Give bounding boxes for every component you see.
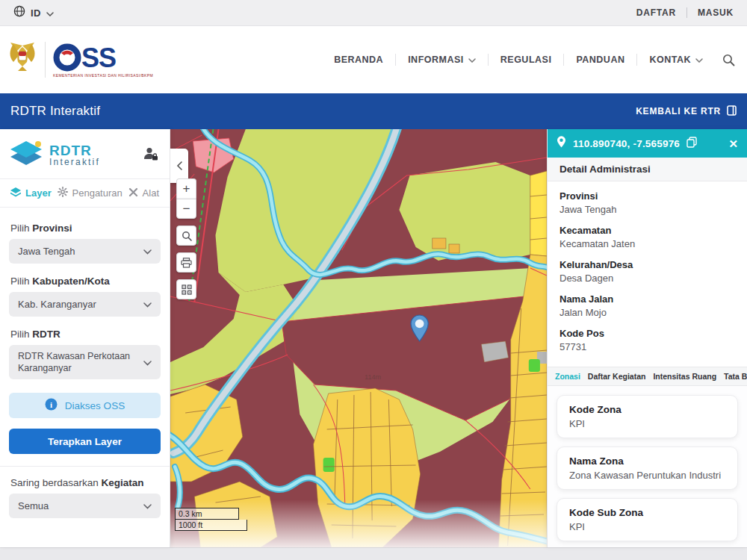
nav-informasi[interactable]: INFORMASI (396, 55, 488, 65)
language-code: ID (31, 7, 41, 19)
card-kode-sub-zona: Kode Sub Zona KPI (557, 498, 738, 541)
map-pin-icon (557, 136, 566, 151)
tab-tata-bangunan[interactable]: Tata Bangunan (724, 372, 747, 381)
nav-panduan[interactable]: PANDUAN (564, 55, 636, 65)
printer-icon (181, 258, 192, 268)
sidebar-tabs: Layer Pengaturan Alat (0, 178, 170, 208)
detail-panel: 110.890740, -7.565976 ✕ Detail Administr… (547, 129, 747, 547)
tab-daftar-kegiatan[interactable]: Daftar Kegiatan (588, 372, 646, 381)
nav-beranda[interactable]: BERANDA (322, 55, 395, 65)
nav-kontak[interactable]: KONTAK (637, 55, 715, 65)
page-titlebar: RDTR Interaktif KEMBALI KE RTR (0, 93, 747, 129)
rdtr-select[interactable]: RDTR Kawasan Perkotaan Karanganyar (9, 345, 161, 379)
content-row: RDTR Interaktif Layer Pengaturan (0, 129, 747, 547)
chevron-down-icon (143, 299, 152, 310)
filter-label: Saring berdasarkan Kegiatan (10, 477, 159, 488)
back-to-rtr-button[interactable]: KEMBALI KE RTR (636, 105, 737, 118)
coordinates-value: 110.890740, -7.565976 (573, 138, 680, 149)
tab-layer[interactable]: Layer (10, 187, 52, 199)
section-title: Detail Administrasi (548, 158, 747, 181)
svg-text:i: i (50, 400, 52, 409)
chevron-left-icon (176, 161, 182, 170)
city-select[interactable]: Kab. Karanganyar (9, 292, 161, 317)
zoom-out-button[interactable]: − (176, 199, 196, 219)
qr-code-button[interactable] (176, 279, 196, 299)
chevron-down-icon (143, 246, 152, 257)
footer-strip (0, 547, 747, 560)
print-button[interactable] (176, 252, 196, 273)
register-link[interactable]: DAFTAR (636, 7, 676, 18)
chevron-down-icon (695, 55, 703, 65)
chevron-down-icon (143, 500, 152, 511)
field-kode-pos: Kode Pos 57731 (560, 328, 735, 352)
tab-pengaturan[interactable]: Pengaturan (58, 187, 123, 199)
sidebar-header: RDTR Interaktif (0, 129, 170, 178)
main-nav: BERANDA INFORMASI REGULASI PANDUAN KONTA… (322, 54, 735, 66)
oss-logo-mark: SS (53, 43, 131, 72)
rdtr-logo-subtitle: Interaktif (49, 157, 100, 167)
search-icon (182, 231, 192, 241)
map-canvas[interactable]: 114m (170, 129, 547, 547)
language-selector[interactable]: ID (13, 5, 54, 20)
search-icon[interactable] (722, 54, 735, 66)
garuda-emblem-icon (7, 41, 37, 78)
coordinates-header: 110.890740, -7.565976 ✕ (548, 129, 747, 158)
close-icon[interactable]: ✕ (728, 138, 738, 149)
login-link[interactable]: MASUK (698, 7, 734, 18)
oss-brand[interactable]: SS KEMENTERIAN INVESTASI DAN HILIRISASI/… (7, 41, 153, 78)
administration-fields: Provinsi Jawa Tengah Kecamatan Kecamatan… (548, 181, 747, 367)
diakses-oss-badge[interactable]: i Diakses OSS (9, 393, 161, 418)
zoom-in-button[interactable]: + (176, 178, 196, 199)
scale-feet: 1000 ft (175, 520, 247, 531)
tab-zonasi[interactable]: Zonasi (555, 372, 580, 381)
rdtr-label: Pilih RDTR (10, 329, 159, 340)
zoning-tabs: Zonasi Daftar Kegiatan Intensitas Ruang … (548, 367, 747, 386)
province-label: Pilih Provinsi (10, 223, 159, 234)
layers-icon (10, 187, 21, 199)
zoning-cards[interactable]: Kode Zona KPI Nama Zona Zona Kawasan Per… (548, 386, 747, 547)
card-kode-zona: Kode Zona KPI (557, 395, 738, 438)
info-icon: i (45, 398, 58, 413)
field-kecamatan: Kecamatan Kecamatan Jaten (560, 225, 735, 249)
scale-kilometers: 0.3 km (175, 508, 239, 520)
main-header: SS KEMENTERIAN INVESTASI DAN HILIRISASI/… (0, 26, 747, 93)
province-select[interactable]: Jawa Tengah (9, 239, 161, 264)
qr-code-icon (182, 284, 192, 295)
divider (686, 7, 687, 18)
map-controls: + − (176, 178, 196, 306)
svg-text:SS: SS (81, 43, 116, 72)
tools-icon (128, 187, 138, 199)
tab-alat[interactable]: Alat (128, 187, 159, 199)
card-nama-zona: Nama Zona Zona Kawasan Peruntukan Indust… (557, 447, 738, 490)
rdtr-layers-icon (9, 140, 43, 171)
activity-filter-select[interactable]: Semua (9, 494, 161, 518)
page-title: RDTR Interaktif (10, 104, 100, 119)
oss-logo: SS KEMENTERIAN INVESTASI DAN HILIRISASI/… (53, 43, 153, 78)
layer-sidebar: RDTR Interaktif Layer Pengaturan (0, 129, 170, 547)
gear-icon (58, 187, 68, 199)
oss-rdtr-page: ID DAFTAR MASUK (0, 0, 747, 560)
tab-intensitas-ruang[interactable]: Intensitas Ruang (653, 372, 716, 381)
map-search-button[interactable] (176, 225, 196, 246)
city-label: Pilih Kabupaten/Kota (10, 276, 159, 287)
oss-subtitle: KEMENTERIAN INVESTASI DAN HILIRISASI/BKP… (53, 73, 153, 78)
field-kelurahan-desa: Kelurahan/Desa Desa Dagen (560, 259, 735, 284)
chevron-down-icon (46, 6, 54, 19)
rdtr-logo-title: RDTR (49, 144, 100, 157)
sidebar-body: Pilih Provinsi Jawa Tengah Pilih Kabupat… (0, 208, 170, 518)
nav-regulasi[interactable]: REGULASI (489, 55, 564, 65)
rdtr-logo: RDTR Interaktif (9, 140, 100, 171)
divider (45, 42, 46, 78)
map-viewport[interactable]: 114m + − (170, 129, 547, 547)
book-icon (727, 105, 737, 118)
divider (0, 466, 170, 467)
chevron-down-icon (143, 357, 152, 368)
auth-links: DAFTAR MASUK (636, 7, 734, 18)
map-scalebar: 0.3 km 1000 ft (175, 508, 247, 531)
field-provinsi: Provinsi Jawa Tengah (560, 190, 735, 215)
apply-layer-button[interactable]: Terapkan Layer (9, 429, 161, 454)
utility-topbar: ID DAFTAR MASUK (0, 0, 747, 26)
globe-icon (13, 5, 25, 20)
user-lock-icon[interactable] (143, 146, 159, 164)
copy-icon[interactable] (686, 137, 697, 151)
